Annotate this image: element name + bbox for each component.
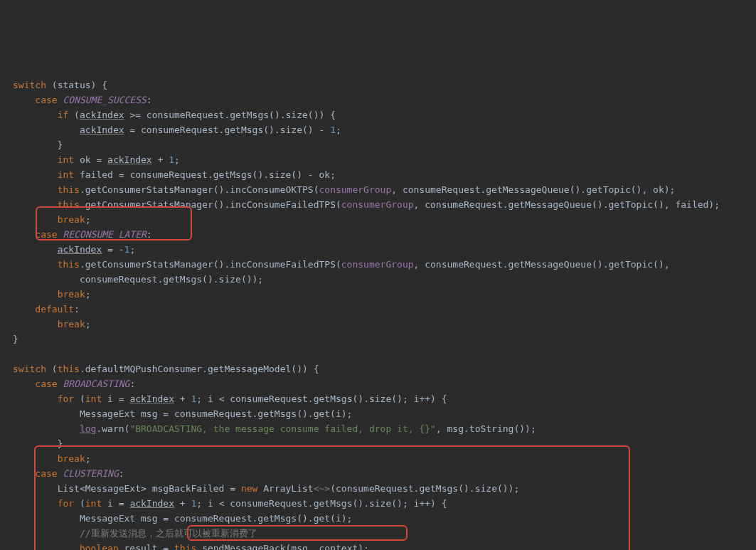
line: consumeRequest.getMsgs().size()); xyxy=(13,274,263,285)
line: ackIndex = consumeRequest.getMsgs().size… xyxy=(13,125,341,135)
line: this.getConsumerStatsManager().incConsum… xyxy=(13,184,675,195)
line: switch (status) { xyxy=(13,80,107,90)
line: ackIndex = -1; xyxy=(13,244,135,255)
line: if (ackIndex >= consumeRequest.getMsgs()… xyxy=(13,110,336,120)
line: log.warn("BROADCASTING, the message cons… xyxy=(13,423,536,434)
line: this.getConsumerStatsManager().incConsum… xyxy=(13,199,720,210)
line: MessageExt msg = consumeRequest.getMsgs(… xyxy=(13,513,352,524)
line: case CLUSTERING: xyxy=(13,468,124,479)
line: switch (this.defaultMQPushConsumer.getMe… xyxy=(13,364,319,374)
line: } xyxy=(13,334,18,344)
line: break; xyxy=(13,289,91,300)
line: default: xyxy=(13,304,80,314)
line xyxy=(13,349,18,359)
line: MessageExt msg = consumeRequest.getMsgs(… xyxy=(13,408,352,419)
line: for (int i = ackIndex + 1; i < consumeRe… xyxy=(13,498,447,509)
line: for (int i = ackIndex + 1; i < consumeRe… xyxy=(13,393,447,404)
line: } xyxy=(13,139,63,150)
line: List<MessageExt> msgBackFailed = new Arr… xyxy=(13,483,519,494)
line: case CONSUME_SUCCESS: xyxy=(13,95,152,105)
line: boolean result = this.sendMessageBack(ms… xyxy=(13,543,369,550)
line: this.getConsumerStatsManager().incConsum… xyxy=(13,259,670,270)
code-editor[interactable]: switch (status) { case CONSUME_SUCCESS: … xyxy=(13,63,756,550)
line: int ok = ackIndex + 1; xyxy=(13,154,180,165)
line: break; xyxy=(13,214,91,225)
line: //重新发送消息，之后就可以被重新消费了 xyxy=(13,528,257,539)
line: break; xyxy=(13,319,91,329)
line: int failed = consumeRequest.getMsgs().si… xyxy=(13,169,336,180)
line: case RECONSUME_LATER: xyxy=(13,229,152,240)
line: break; xyxy=(13,453,91,464)
line: case BROADCASTING: xyxy=(13,379,135,389)
line: } xyxy=(13,438,63,449)
